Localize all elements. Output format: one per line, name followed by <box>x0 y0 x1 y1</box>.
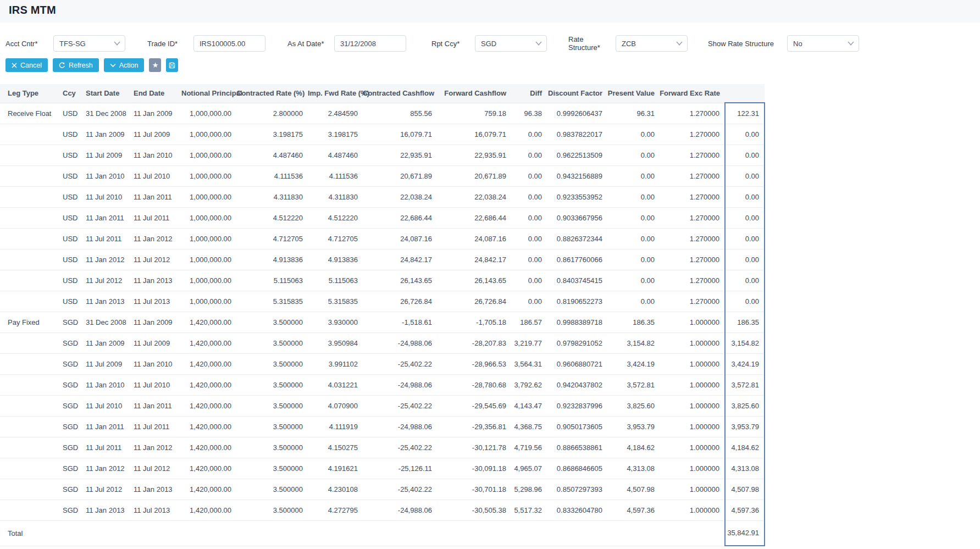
column-header: Notional Principal <box>181 84 236 103</box>
table-cell: SGD <box>55 353 78 374</box>
table-cell: 26,726.84 <box>437 291 511 312</box>
table-row[interactable]: USD11 Jul 200911 Jan 20101,000,000.004.4… <box>0 145 765 165</box>
table-row[interactable]: SGD11 Jan 200911 Jul 20091,420,000.003.5… <box>0 332 765 353</box>
rpt-ccy-select[interactable]: SGD <box>475 35 547 52</box>
table-cell: 11 Jul 2010 <box>128 165 181 186</box>
table-cell: 0.9622513509 <box>547 145 607 165</box>
table-cell: 22,686.44 <box>363 207 437 228</box>
table-cell: 0.00 <box>725 291 765 312</box>
table-cell: SGD <box>55 437 78 458</box>
table-cell: 16,079.71 <box>437 124 511 145</box>
refresh-button[interactable]: Refresh <box>53 58 99 72</box>
show-rate-structure-select[interactable]: No <box>787 35 859 52</box>
table-cell: 5.315835 <box>308 291 363 312</box>
table-cell <box>0 458 55 479</box>
table-cell: SGD <box>55 458 78 479</box>
table-row[interactable]: USD11 Jan 200911 Jul 20091,000,000.003.1… <box>0 124 765 145</box>
table-row[interactable]: SGD11 Jul 201211 Jan 20131,420,000.003.5… <box>0 479 765 500</box>
table-row[interactable]: SGD11 Jan 201311 Jul 20131,420,000.003.5… <box>0 500 765 520</box>
table-cell: 0.00 <box>725 228 765 249</box>
table-cell: -30,505.38 <box>437 500 511 520</box>
as-at-date-label: As At Date* <box>287 40 334 48</box>
table-cell: 3.500000 <box>236 332 308 353</box>
action-button[interactable]: Action <box>104 58 145 72</box>
table-cell: 0.8686846605 <box>547 458 607 479</box>
table-row[interactable]: USD11 Jan 201011 Jul 20101,000,000.004.1… <box>0 165 765 186</box>
table-cell: 4,507.98 <box>607 479 660 500</box>
table-cell: 0.00 <box>725 186 765 207</box>
table-row[interactable]: SGD11 Jul 201011 Jan 20111,420,000.003.5… <box>0 395 765 416</box>
table-cell: 1,420,000.00 <box>181 416 236 437</box>
table-row[interactable]: USD11 Jul 201111 Jan 20121,000,000.004.7… <box>0 228 765 249</box>
table-row[interactable]: USD11 Jan 201211 Jul 20121,000,000.004.9… <box>0 249 765 270</box>
table-cell: 3.500000 <box>236 353 308 374</box>
save-button[interactable] <box>166 58 178 72</box>
action-label: Action <box>119 62 139 69</box>
table-cell: SGD <box>55 500 78 520</box>
cancel-button[interactable]: Cancel <box>5 58 48 72</box>
table-cell: 11 Jan 2010 <box>78 374 128 395</box>
table-cell: 11 Jul 2010 <box>78 186 128 207</box>
table-cell: 11 Jul 2009 <box>78 353 128 374</box>
table-row[interactable]: USD11 Jul 201211 Jan 20131,000,000.005.1… <box>0 270 765 291</box>
table-cell: 26,143.65 <box>437 270 511 291</box>
cancel-label: Cancel <box>20 62 42 69</box>
favorite-button[interactable]: ★ <box>149 58 161 72</box>
table-cell: 1,000,000.00 <box>181 291 236 312</box>
table-cell: 0.9606880721 <box>547 353 607 374</box>
table-cell: Pay Fixed <box>0 312 55 332</box>
table-row[interactable]: USD11 Jul 201011 Jan 20111,000,000.004.3… <box>0 186 765 207</box>
chevron-down-icon <box>114 41 120 46</box>
table-cell: 11 Jul 2012 <box>128 458 181 479</box>
as-at-date-input[interactable] <box>334 35 406 52</box>
table-cell: -30,121.78 <box>437 437 511 458</box>
table-cell: 11 Jan 2010 <box>78 165 128 186</box>
table-cell: 0.00 <box>607 145 660 165</box>
table-row[interactable]: SGD11 Jan 201211 Jul 20121,420,000.003.5… <box>0 458 765 479</box>
table-row[interactable]: SGD11 Jul 201111 Jan 20121,420,000.003.5… <box>0 437 765 458</box>
table-cell: 0.9033667956 <box>547 207 607 228</box>
table-cell: 11 Jan 2012 <box>78 458 128 479</box>
table-cell: 0.00 <box>725 270 765 291</box>
table-cell: 0.00 <box>511 270 547 291</box>
rate-structure-select[interactable]: ZCB <box>616 35 688 52</box>
table-cell: 1,420,000.00 <box>181 479 236 500</box>
table-cell: 4,965.07 <box>511 458 547 479</box>
table-cell: 1.270000 <box>660 103 725 124</box>
table-cell: 1,420,000.00 <box>181 458 236 479</box>
table-cell: 3.500000 <box>236 500 308 520</box>
table-cell: 4.512220 <box>236 207 308 228</box>
table-cell: 11 Jul 2013 <box>128 500 181 520</box>
table-cell <box>0 416 55 437</box>
table-cell: 1,000,000.00 <box>181 228 236 249</box>
table-cell: 4.712705 <box>236 228 308 249</box>
table-cell: 4,184.62 <box>725 437 765 458</box>
table-cell: 3,424.19 <box>607 353 660 374</box>
table-cell: -29,356.81 <box>437 416 511 437</box>
table-cell <box>0 291 55 312</box>
table-row[interactable]: SGD11 Jan 201111 Jul 20111,420,000.003.5… <box>0 416 765 437</box>
table-cell: 96.38 <box>511 103 547 124</box>
table-row[interactable]: SGD11 Jan 201011 Jul 20101,420,000.003.5… <box>0 374 765 395</box>
table-cell: 1.000000 <box>660 312 725 332</box>
table-cell: 1.270000 <box>660 165 725 186</box>
table-cell: 0.00 <box>511 145 547 165</box>
table-cell <box>0 395 55 416</box>
table-cell: 1,420,000.00 <box>181 395 236 416</box>
table-row[interactable]: Pay FixedSGD31 Dec 200811 Jan 20091,420,… <box>0 312 765 332</box>
table-cell: 11 Jan 2011 <box>78 416 128 437</box>
table-row[interactable]: Receive FloatUSD31 Dec 200811 Jan 20091,… <box>0 103 765 124</box>
table-cell: 0.00 <box>607 186 660 207</box>
table-cell: 4.230108 <box>308 479 363 500</box>
table-cell: 1.000000 <box>660 374 725 395</box>
trade-id-input[interactable] <box>193 35 265 52</box>
table-cell: 22,935.91 <box>437 145 511 165</box>
table-row[interactable]: USD11 Jan 201111 Jul 20111,000,000.004.5… <box>0 207 765 228</box>
table-cell: 0.8190652273 <box>547 291 607 312</box>
table-cell: 11 Jan 2013 <box>78 291 128 312</box>
table-row[interactable]: USD11 Jan 201311 Jul 20131,000,000.005.3… <box>0 291 765 312</box>
star-icon: ★ <box>152 62 159 69</box>
table-cell: 11 Jul 2009 <box>128 124 181 145</box>
table-row[interactable]: SGD11 Jul 200911 Jan 20101,420,000.003.5… <box>0 353 765 374</box>
acct-cntr-select[interactable]: TFS-SG <box>53 35 125 52</box>
